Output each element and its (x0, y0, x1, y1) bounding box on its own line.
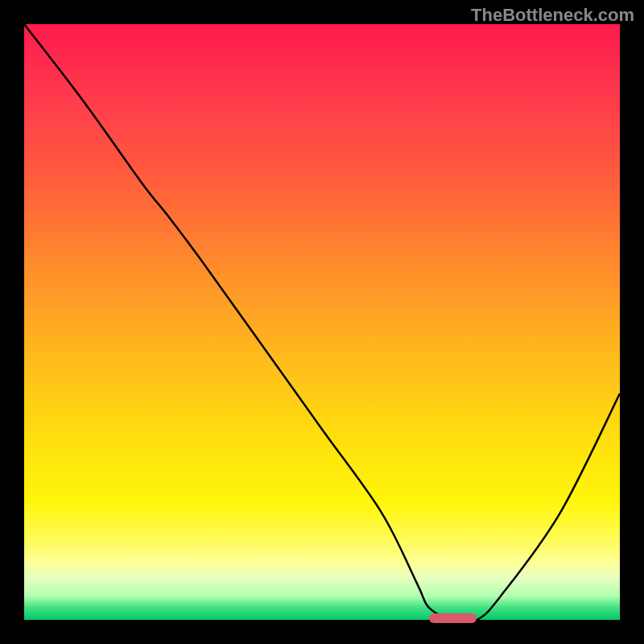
bottleneck-curve (24, 24, 620, 620)
optimal-range-marker (429, 613, 477, 623)
watermark-text: TheBottleneck.com (471, 5, 634, 26)
plot-area (24, 24, 620, 620)
chart-frame: TheBottleneck.com (0, 0, 644, 644)
